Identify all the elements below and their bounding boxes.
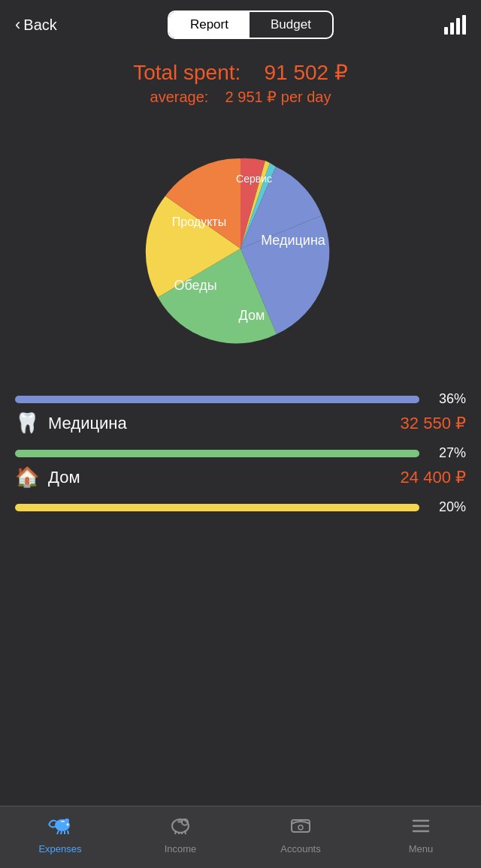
legend-bar-row-obedy: 20% [15, 499, 466, 515]
legend-label-row-medicina: 🦷 Медицина 32 550 ₽ [15, 411, 466, 435]
total-spent-line: Total spent: 91 502 ₽ [0, 60, 481, 85]
accounts-icon [289, 814, 313, 840]
medicina-category: Медицина [48, 414, 127, 433]
svg-point-1 [65, 818, 69, 823]
legend-icon-label-medicina: 🦷 Медицина [15, 411, 127, 435]
total-spent-value: 91 502 ₽ [264, 61, 347, 84]
bar2 [450, 23, 454, 35]
total-spent-label: Total spent: [133, 61, 240, 84]
svg-rect-14 [178, 821, 182, 822]
bar3 [456, 18, 460, 35]
nav-item-income[interactable]: Income [150, 814, 210, 854]
nav-item-accounts[interactable]: Accounts [271, 814, 331, 854]
pie-label-dom: Дом [239, 308, 265, 323]
segment-report-button[interactable]: Report [169, 12, 250, 38]
chart-icon [444, 15, 466, 35]
legend-icon-label-dom: 🏠 Дом [15, 466, 80, 489]
pie-label-servis: Сервис [236, 173, 272, 185]
legend-list: 36% 🦷 Медицина 32 550 ₽ 27% 🏠 Дом 24 400… [0, 391, 481, 515]
pie-label-produkty: Продукты [172, 215, 226, 228]
bar4 [462, 15, 466, 35]
legend-pct-dom: 27% [428, 445, 466, 461]
legend-item-dom: 27% 🏠 Дом 24 400 ₽ [15, 445, 466, 489]
nav-item-expenses[interactable]: Expenses [30, 814, 90, 854]
nav-label-accounts: Accounts [280, 843, 320, 854]
dom-icon: 🏠 [15, 466, 39, 489]
legend-item-obedy: 20% [15, 499, 466, 515]
legend-pct-obedy: 20% [428, 499, 466, 515]
svg-line-7 [68, 830, 68, 834]
average-label: average: [150, 89, 209, 105]
svg-line-13 [185, 830, 186, 834]
nav-label-expenses: Expenses [38, 843, 81, 854]
nav-label-income: Income [165, 843, 197, 854]
legend-bar-medicina [15, 396, 419, 403]
average-line: average: 2 951 ₽ per day [0, 88, 481, 106]
bottom-nav: Expenses Income Accounts [0, 806, 481, 868]
dom-amount: 24 400 ₽ [401, 468, 466, 487]
svg-line-10 [175, 830, 176, 834]
legend-pct-medicina: 36% [428, 391, 466, 407]
medicina-icon: 🦷 [15, 411, 39, 435]
stats-section: Total spent: 91 502 ₽ average: 2 951 ₽ p… [0, 47, 481, 113]
nav-item-menu[interactable]: Menu [391, 814, 451, 854]
segment-control: Report Budget [168, 11, 334, 39]
svg-point-16 [298, 825, 303, 830]
svg-line-4 [57, 830, 59, 834]
pie-chart: Медицина Дом Обеды Продукты Сервис [120, 128, 361, 369]
income-icon [168, 814, 192, 840]
pie-chart-container: Медицина Дом Обеды Продукты Сервис [0, 113, 481, 391]
expenses-icon [47, 814, 73, 840]
legend-item-medicina: 36% 🦷 Медицина 32 550 ₽ [15, 391, 466, 435]
pie-label-obedy: Обеды [174, 278, 216, 293]
legend-bar-row-medicina: 36% [15, 391, 466, 407]
svg-point-2 [67, 824, 69, 826]
svg-rect-3 [61, 821, 65, 822]
segment-budget-button[interactable]: Budget [250, 12, 332, 38]
svg-line-5 [61, 831, 62, 834]
bar1 [444, 27, 448, 35]
nav-label-menu: Menu [409, 843, 434, 854]
average-value: 2 951 ₽ per day [225, 89, 331, 105]
back-chevron-icon: ‹ [15, 17, 20, 33]
medicina-amount: 32 550 ₽ [401, 414, 466, 433]
dom-category: Дом [48, 468, 80, 487]
legend-bar-row-dom: 27% [15, 445, 466, 461]
legend-bar-obedy [15, 504, 419, 511]
legend-bar-dom [15, 450, 419, 457]
back-label: Back [23, 17, 56, 34]
menu-icon [409, 814, 433, 840]
app-header: ‹ Back Report Budget [0, 0, 481, 47]
back-button[interactable]: ‹ Back [15, 17, 57, 34]
legend-label-row-dom: 🏠 Дом 24 400 ₽ [15, 466, 466, 489]
pie-label-medicina: Медицина [261, 233, 326, 248]
